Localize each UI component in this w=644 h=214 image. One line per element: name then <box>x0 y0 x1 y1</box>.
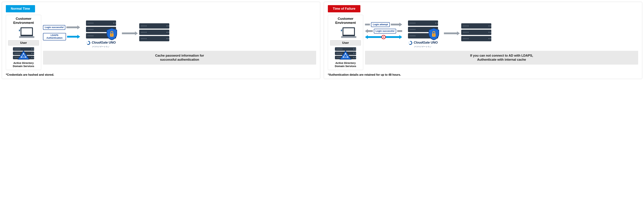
normal-caption-l2: successful authentication <box>160 58 199 61</box>
user-label: User <box>330 40 361 45</box>
person-icon <box>336 27 346 40</box>
shield-lock-icon <box>106 28 118 40</box>
panel-time-of-failure: Time of Failure Customer Environment Use… <box>324 2 642 79</box>
ldaps-line1: LDAPS <box>50 34 58 36</box>
cloudgate-logo: CloudGate UNO クラウドゲートウノ <box>408 41 438 48</box>
env-title-line1: Customer <box>16 17 32 20</box>
env-title-line2: Environment <box>335 21 356 24</box>
shield-lock-icon <box>428 28 440 40</box>
arrow-to-backend <box>122 15 138 35</box>
user-with-laptop-icon <box>336 27 355 40</box>
cg-sub: クラウドゲートウノ <box>92 46 110 48</box>
label-login-successful: Login successful <box>374 29 396 33</box>
backend-server <box>461 15 491 42</box>
backend-server-icon <box>461 23 491 41</box>
cloudgate-logo: CloudGate UNO クラウドゲートウノ <box>86 41 116 48</box>
cloudgate-server-icon <box>86 20 116 39</box>
env-title: Customer Environment <box>330 17 361 25</box>
failure-flow-area: Login attempt Login successful ✕ <box>365 15 638 65</box>
ad-label: Active Directory Domain Services <box>8 61 39 68</box>
arrow-ldaps-failed: ✕ <box>365 35 402 39</box>
user-block: User <box>330 27 361 45</box>
arrow-left-icon <box>365 30 373 32</box>
ad-server-icon <box>13 47 34 59</box>
ad-label-line2: Domain Services <box>13 65 34 68</box>
arrow-stub-icon <box>397 30 402 32</box>
active-directory-icon <box>17 50 30 60</box>
arrow-right-gray-icon <box>122 32 138 35</box>
cloudgate-ring-icon <box>86 41 90 45</box>
arrow-right-gray-icon <box>444 32 460 35</box>
arrow-right-icon <box>66 26 80 29</box>
arrow-right-icon <box>391 23 402 26</box>
panel-normal-time: Normal Time Customer Environment User <box>2 2 320 79</box>
cg-sub: クラウドゲートウノ <box>414 46 432 48</box>
badge-failure: Time of Failure <box>328 5 360 12</box>
svg-point-4 <box>111 34 112 35</box>
ad-label: Active Directory Domain Services <box>330 61 361 68</box>
ad-label-line1: Active Directory <box>335 61 356 64</box>
cloudgate-ring-icon <box>408 41 412 45</box>
failure-content: Customer Environment User <box>328 15 638 70</box>
failure-caption-l1: If you can not connect to AD with LDAPS, <box>470 54 533 57</box>
customer-environment-box: Customer Environment User <box>328 15 363 70</box>
normal-caption-l1: Cache password information for <box>155 54 204 57</box>
ad-server-icon <box>335 47 356 59</box>
arrow-login-successful-back: Login successful <box>365 29 402 33</box>
customer-environment-box: Customer Environment User <box>6 15 41 70</box>
person-icon <box>14 27 24 40</box>
ldaps-line2: Authentication <box>46 36 63 39</box>
arrow-login-successful: Login successful <box>43 25 80 30</box>
cloudgate-column: CloudGate UNO クラウドゲートウノ <box>404 15 442 48</box>
failure-mid-arrows: Login attempt Login successful ✕ <box>365 15 402 39</box>
env-title-line2: Environment <box>13 21 34 24</box>
badge-normal: Normal Time <box>6 5 35 12</box>
user-block: User <box>8 27 39 45</box>
env-title: Customer Environment <box>8 17 39 25</box>
normal-flow-area: Login successful LDAPS Authentication <box>43 15 316 65</box>
normal-footnote: *Credentials are hashed and stored. <box>6 73 316 76</box>
ad-label-line2: Domain Services <box>335 65 356 68</box>
normal-content: Customer Environment User <box>6 15 316 70</box>
env-title-line1: Customer <box>338 17 354 20</box>
arrow-to-backend <box>444 15 460 35</box>
failure-footnote: *Authentication details are retained for… <box>328 73 638 76</box>
backend-server <box>139 15 169 42</box>
label-ldaps-auth: LDAPS Authentication <box>43 33 66 40</box>
cg-name: CloudGate <box>414 41 430 44</box>
backend-server-icon <box>139 23 169 41</box>
failure-caption: If you can not connect to AD with LDAPS,… <box>365 51 638 65</box>
normal-mid-arrows: Login successful LDAPS Authentication <box>43 15 80 40</box>
cloudgate-server-icon <box>408 20 438 39</box>
cg-suffix: UNO <box>431 41 438 44</box>
arrow-ldaps-auth: LDAPS Authentication <box>43 33 80 40</box>
failure-caption-l2: Authenticate with internal cache <box>477 58 526 61</box>
label-login-successful: Login successful <box>43 25 65 30</box>
cg-suffix: UNO <box>109 41 116 44</box>
cg-name: CloudGate <box>92 41 108 44</box>
cloudgate-column: CloudGate UNO クラウドゲートウノ <box>82 15 120 48</box>
arrow-right-blue-icon <box>67 35 80 38</box>
ad-label-line1: Active Directory <box>13 61 34 64</box>
double-arrow-blocked-icon: ✕ <box>365 35 402 39</box>
normal-caption: Cache password information for successfu… <box>43 51 316 65</box>
active-directory-icon <box>339 50 352 60</box>
user-label: User <box>8 40 39 45</box>
arrow-login-attempt: Login attempt <box>365 22 402 27</box>
blocked-x-icon: ✕ <box>382 35 386 39</box>
arrow-stub-icon <box>365 23 370 26</box>
svg-point-9 <box>433 34 434 35</box>
label-login-attempt: Login attempt <box>371 22 390 27</box>
user-with-laptop-icon <box>14 27 33 40</box>
